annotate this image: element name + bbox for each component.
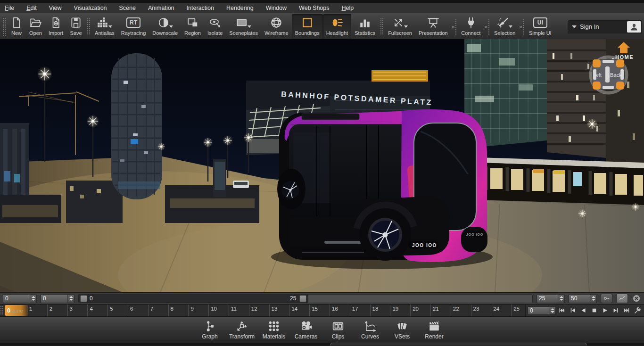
ruler-tick[interactable]: 21 — [430, 305, 439, 316]
open-button[interactable]: Open — [26, 14, 45, 39]
antialias-dropdown-arrow[interactable] — [108, 25, 112, 28]
range-end-handle[interactable] — [299, 295, 306, 302]
ruler-tick[interactable]: 3 — [67, 305, 73, 316]
account-avatar[interactable] — [627, 21, 641, 33]
ruler-tick[interactable]: 8 — [168, 305, 173, 316]
downscale-button[interactable]: Downscale — [149, 14, 181, 39]
spin-arrows[interactable] — [558, 295, 564, 303]
ruler-tick[interactable]: 18 — [370, 305, 379, 316]
graph-button[interactable]: Graph — [195, 319, 224, 341]
navcube-home-label[interactable]: HOME — [615, 54, 634, 60]
timeline-settings-button[interactable] — [633, 305, 642, 316]
downscale-dropdown-arrow[interactable] — [169, 25, 173, 28]
ruler-tick[interactable]: 11 — [229, 305, 237, 316]
ruler-tick[interactable]: 9 — [188, 305, 193, 316]
menu-edit[interactable]: Edit — [26, 5, 37, 11]
skip-to-start-button[interactable] — [557, 305, 567, 316]
menu-rendering[interactable]: Rendering — [226, 5, 254, 11]
save-button[interactable]: Save — [66, 14, 85, 39]
ruler-tick[interactable]: 22 — [451, 305, 459, 316]
current-frame-marker[interactable]: 0 rame — [5, 305, 28, 316]
render-button[interactable]: Render — [420, 319, 449, 341]
simple-ui-button[interactable]: UI Simple UI — [526, 14, 555, 39]
viewport-canvas[interactable]: BAHNHOF POTSDAMER PLATZ — [0, 39, 644, 292]
toolbar-separator[interactable] — [380, 18, 383, 35]
stop-button[interactable] — [589, 305, 599, 316]
menu-scene[interactable]: Scene — [119, 5, 136, 11]
ruler-tick[interactable]: 13 — [269, 305, 278, 316]
vsets-button[interactable]: VSets — [388, 319, 417, 341]
next-frame-button[interactable] — [611, 305, 621, 316]
shuttle-vehicle[interactable]: JOO IOO JOO IOO — [271, 109, 493, 269]
toolbar-drag-handle[interactable] — [2, 17, 6, 36]
headlight-button[interactable]: Headlight — [323, 14, 351, 39]
connect-button[interactable]: Connect — [458, 14, 484, 39]
isolate-button[interactable]: Isolate — [204, 14, 226, 39]
range-end-spinbox[interactable]: 25 — [537, 294, 565, 303]
menu-interaction[interactable]: Interaction — [187, 5, 214, 11]
menu-view[interactable]: View — [49, 5, 62, 11]
frame-ruler[interactable]: 0 rame 123456789101112131415161718192021… — [0, 305, 526, 316]
range-start-handle[interactable] — [80, 295, 87, 302]
clips-button[interactable]: Clips — [323, 319, 353, 341]
presentation-button[interactable]: Presentation — [415, 14, 451, 39]
statistics-button[interactable]: Statistics — [351, 14, 379, 39]
menu-visualization[interactable]: Visualization — [74, 5, 107, 11]
timeline-start-spinbox[interactable]: 0 — [3, 294, 37, 303]
ruler-tick[interactable]: 5 — [107, 305, 113, 316]
ruler-tick[interactable]: 6 — [128, 305, 133, 316]
navcube-face-back[interactable]: Back — [610, 72, 622, 78]
curves-button[interactable]: Curves — [355, 319, 385, 341]
ruler-tick[interactable]: 10 — [208, 305, 217, 316]
ruler-tick[interactable]: 19 — [390, 305, 398, 316]
ruler-tick[interactable]: 4 — [87, 305, 92, 316]
sign-in-dropdown-arrow[interactable] — [572, 25, 577, 28]
curve-editor-button[interactable] — [616, 294, 628, 303]
sign-in-button[interactable]: Sign In — [568, 20, 642, 33]
navcube-face-left[interactable]: Left — [594, 73, 602, 78]
viewport-3d[interactable]: BAHNHOF POTSDAMER PLATZ — [0, 39, 644, 292]
previous-frame-button[interactable] — [568, 305, 578, 316]
ruler-tick[interactable]: 14 — [289, 305, 297, 316]
boundings-button[interactable]: Boundings — [292, 14, 323, 39]
timeline-current-spinbox[interactable]: 0 — [41, 294, 74, 303]
antialias-button[interactable]: Antialias — [91, 14, 118, 39]
menu-file[interactable]: File — [5, 5, 14, 11]
new-button[interactable]: New — [7, 14, 26, 39]
fullscreen-dropdown-arrow[interactable] — [404, 25, 408, 28]
ruler-tick[interactable]: 17 — [350, 305, 358, 316]
spin-arrows[interactable] — [30, 295, 36, 303]
menu-window[interactable]: Window — [266, 5, 287, 11]
close-timeline-button[interactable] — [632, 294, 641, 303]
menu-help[interactable]: Help — [342, 5, 354, 11]
ruler-tick[interactable]: 24 — [491, 305, 499, 316]
menu-web-shops[interactable]: Web Shops — [299, 5, 329, 11]
timeline-total-spinbox[interactable]: 50 — [569, 294, 597, 303]
ruler-tick[interactable]: 2 — [47, 305, 52, 316]
menu-animation[interactable]: Animation — [148, 5, 174, 11]
toolbar-separator[interactable] — [87, 18, 90, 35]
region-button[interactable]: Region — [181, 14, 204, 39]
cameras-button[interactable]: Cameras — [291, 319, 321, 341]
sceneplates-button[interactable]: Sceneplates — [226, 14, 261, 39]
autokey-button[interactable] — [601, 294, 612, 303]
ruler-tick[interactable]: 16 — [330, 305, 338, 316]
ruler-tick[interactable]: 25 — [511, 305, 520, 316]
selection-button[interactable]: Selection — [491, 14, 519, 39]
toolbar-overflow-separator[interactable]: » — [519, 14, 525, 39]
play-button[interactable] — [600, 305, 610, 316]
toolbar-overflow-separator[interactable]: » — [452, 14, 458, 39]
ruler-drag-handle[interactable] — [0, 305, 4, 315]
play-backward-button[interactable] — [578, 305, 588, 316]
spin-arrows[interactable] — [549, 307, 555, 314]
toolbar-overflow-separator[interactable]: » — [484, 14, 490, 39]
wireframe-button[interactable]: Wireframe — [261, 14, 292, 39]
fullscreen-button[interactable]: Fullscreen — [385, 14, 415, 39]
selection-dropdown-arrow[interactable] — [509, 25, 512, 28]
raytracing-button[interactable]: RT Raytracing — [118, 14, 149, 39]
transform-button[interactable]: Transform — [227, 319, 256, 341]
ruler-tick[interactable]: 23 — [471, 305, 479, 316]
import-button[interactable]: Import — [45, 14, 66, 39]
ruler-tick[interactable]: 15 — [309, 305, 318, 316]
playback-frame-spinbox[interactable]: 0 — [528, 306, 556, 315]
